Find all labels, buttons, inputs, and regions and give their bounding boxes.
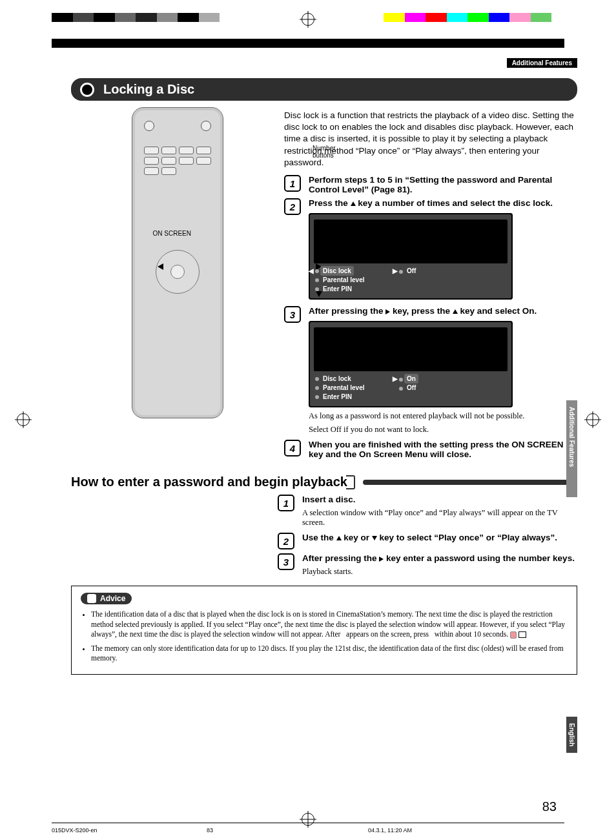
step-text: key to select “Play once” or “Play alway… bbox=[377, 533, 557, 542]
advice-item: The identification data of a disc that i… bbox=[91, 610, 568, 640]
registration-mark-icon bbox=[302, 813, 314, 826]
stop-key-icon bbox=[518, 631, 526, 638]
advice-box: Advice The identification data of a disc… bbox=[71, 586, 577, 675]
step-note: As long as a password is not entered pla… bbox=[309, 411, 577, 421]
callout-on-screen: ON SCREEN bbox=[146, 230, 191, 237]
osd-item: Enter PIN bbox=[323, 393, 352, 400]
page: Additional Features Locking a Disc Numbe… bbox=[0, 0, 616, 840]
lock-icon bbox=[510, 631, 517, 639]
step-number: 3 bbox=[284, 306, 301, 323]
color-registration-bars bbox=[52, 13, 220, 22]
left-arrow-icon bbox=[158, 263, 163, 270]
section-title: Locking a Disc bbox=[103, 82, 194, 97]
top-rule bbox=[52, 39, 564, 48]
down-arrow-icon bbox=[372, 536, 377, 540]
osd-screenshot: Disc lock▶On Parental levelOff Enter PIN bbox=[309, 321, 513, 407]
step-note: Select Off if you do not want to lock. bbox=[309, 425, 577, 435]
footer-timestamp: 04.3.1, 11:20 AM bbox=[368, 827, 412, 834]
step-text: key enter a password using the number ke… bbox=[384, 553, 575, 563]
registration-mark-icon bbox=[302, 13, 314, 26]
step-text: key and select On. bbox=[458, 306, 537, 316]
footer-page: 83 bbox=[207, 827, 213, 834]
step-number: 1 bbox=[278, 495, 294, 511]
osd-item: Disc lock bbox=[320, 266, 354, 276]
intro-paragraph: Disc lock is a function that restricts t… bbox=[284, 110, 577, 169]
step-body: Playback starts. bbox=[302, 567, 577, 577]
osd-item: Disc lock bbox=[323, 375, 351, 382]
callout-number-buttons: Number buttons bbox=[313, 145, 336, 159]
remote-illustration: Number buttons ON SCREEN bbox=[71, 101, 284, 463]
step-number: 3 bbox=[278, 553, 294, 570]
up-arrow-icon bbox=[336, 536, 342, 540]
osd-value: On bbox=[404, 374, 418, 384]
advice-item: The memory can only store identification… bbox=[91, 644, 568, 664]
step-number: 1 bbox=[284, 175, 301, 192]
bullet-icon bbox=[80, 83, 94, 97]
osd-item: Parental level bbox=[323, 276, 364, 283]
registration-mark-icon bbox=[586, 413, 599, 426]
sub-heading: How to enter a password and begin playba… bbox=[71, 475, 577, 489]
osd-item: Enter PIN bbox=[323, 285, 352, 292]
step-text: Perform steps 1 to 5 in “Setting the pas… bbox=[309, 175, 552, 194]
footer-filename: 015DVX-S200-en bbox=[52, 827, 98, 834]
step-text: key, press the bbox=[390, 306, 453, 316]
sub-heading-text: How to enter a password and begin playba… bbox=[71, 475, 347, 489]
step-body: A selection window with “Play once” and … bbox=[302, 508, 577, 528]
step-text: Press the bbox=[309, 198, 351, 208]
header-tag: Additional Features bbox=[507, 58, 577, 68]
color-registration-bars-right bbox=[384, 13, 551, 22]
step-text: After pressing the bbox=[302, 553, 379, 563]
osd-item: Parental level bbox=[323, 384, 364, 391]
step-text: When you are finished with the setting p… bbox=[309, 440, 564, 459]
step-text: Use the bbox=[302, 533, 336, 542]
side-tab-english: English bbox=[566, 717, 577, 753]
osd-value: Off bbox=[407, 267, 416, 274]
section-title-bar: Locking a Disc bbox=[71, 78, 577, 101]
advice-label: Advice bbox=[81, 593, 132, 604]
step-number: 2 bbox=[278, 533, 294, 549]
side-tab-features: Additional Features bbox=[566, 400, 577, 497]
osd-value: Off bbox=[407, 384, 416, 391]
footer-rule bbox=[52, 823, 564, 823]
step-text: key or bbox=[342, 533, 372, 542]
up-arrow-icon bbox=[453, 309, 458, 314]
advice-icon bbox=[87, 594, 96, 603]
up-arrow-icon bbox=[351, 201, 356, 206]
step-text: key a number of times and select the dis… bbox=[356, 198, 553, 208]
page-number: 83 bbox=[542, 799, 557, 814]
registration-mark-icon bbox=[17, 413, 30, 426]
step-text: After pressing the bbox=[309, 306, 385, 316]
osd-screenshot: ◀Disc lock▶Off Parental level Enter PIN bbox=[309, 213, 513, 300]
step-number: 2 bbox=[284, 198, 301, 215]
up-arrow-icon bbox=[316, 236, 322, 242]
step-text: Insert a disc. bbox=[302, 495, 356, 504]
step-number: 4 bbox=[284, 440, 301, 456]
